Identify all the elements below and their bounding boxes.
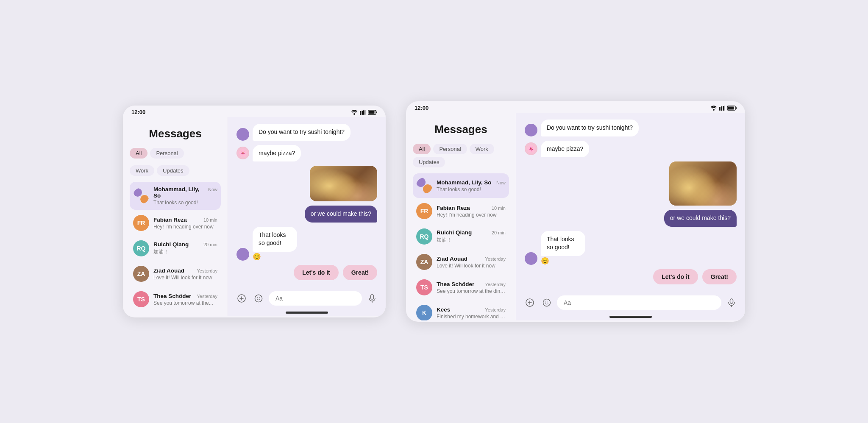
msg-bubble-left-large: That looks so good! [541,231,585,256]
plus-icon-btn-small[interactable] [235,292,248,305]
lets-do-it-btn-small[interactable]: Let's do it [294,265,339,280]
conv-name-2-small: Ruichi Qiang [153,241,189,248]
svg-point-24 [545,302,546,303]
media-card-small: Homemade Dumplings everydumplingever.com [310,166,377,201]
conv-item-2-large[interactable]: RQ Ruichi Qiang 20 min 加油！ [413,224,509,249]
avatar-1-small: FR [133,215,149,231]
device-large: 12:00 Messages All Personal Work Updates [406,101,745,322]
msg-avatar-1-large: 🌸 [525,142,537,155]
conv-item-4-large[interactable]: TS Thea Schöder Yesterday See you tomorr… [413,275,509,300]
conv-name-0-large: Mohammad, Lily, So [437,179,492,186]
msg-row-1-small: 🌸 maybe pizza? [236,145,377,162]
msg-avatar-0-large [525,124,537,136]
filter-all-small[interactable]: All [130,148,147,159]
mic-icon-btn-small[interactable] [365,292,379,305]
msg-bubble-0-large: Do you want to try sushi tonight? [541,120,639,136]
filter-personal-large[interactable]: Personal [433,144,467,154]
svg-rect-18 [724,106,725,111]
home-indicator-large [609,316,652,318]
conv-time-2-large: 20 min [492,230,506,235]
filter-row1-small: All Personal [130,147,221,159]
emoji-icon-btn-large[interactable] [540,296,554,309]
media-image-large [669,161,737,206]
conv-name-1-large: Fabian Reza [437,205,470,211]
avatar-2-large: RQ [416,228,432,245]
msg-bubble-1-large: maybe pizza? [541,141,589,158]
sidebar-small: Messages All Personal Work Updates Mo [123,117,228,316]
avatar-1-large: FR [416,203,432,219]
conv-time-3-large: Yesterday [485,256,506,262]
conv-time-0-small: Now [208,187,217,192]
avatar-4-large: TS [416,279,432,295]
conversation-list-small: Mohammad, Lily, So Now That looks so goo… [130,182,221,316]
msg-bubble-0-small: Do you want to try sushi tonight? [253,124,351,141]
conv-content-5-large: Kees Yesterday Finished my homework and … [437,306,506,320]
avatar-4-small: TS [133,291,149,307]
conv-name-5-large: Kees [437,306,450,313]
msg-bubble-1-small: maybe pizza? [253,145,301,162]
filter-work-large[interactable]: Work [470,144,494,154]
filter-row-large: All Personal Work Updates [413,143,509,168]
media-card-large: Homemade Dumplings everydumplingever.com [669,161,737,206]
filter-personal-small[interactable]: Personal [150,148,184,159]
conv-item-2-small[interactable]: RQ Ruichi Qiang 20 min 加油！ [130,236,221,261]
conv-item-0-small[interactable]: Mohammad, Lily, So Now That looks so goo… [130,182,221,210]
home-indicator-small [286,312,328,314]
svg-rect-17 [723,106,724,111]
filter-work-small[interactable]: Work [130,165,154,176]
chat-pane-small: Do you want to try sushi tonight? 🌸 mayb… [228,117,386,316]
conv-item-3-large[interactable]: ZA Ziad Aouad Yesterday Love it! Will lo… [413,250,509,274]
conv-item-1-large[interactable]: FR Fabian Reza 10 min Hey! I'm heading o… [413,199,509,223]
mic-icon-btn-large[interactable] [725,296,738,309]
conv-preview-1-large: Hey! I'm heading over now [437,212,506,218]
device-small: 12:00 Messages All Personal Work Updates [123,106,386,317]
conv-item-3-small[interactable]: ZA Ziad Aouad Yesterday Love it! Will lo… [130,262,221,286]
msg-bubble-right-large: or we could make this? [664,210,737,227]
filter-updates-small[interactable]: Updates [157,165,189,176]
svg-point-9 [255,295,262,302]
svg-point-11 [259,298,260,298]
filter-all-large[interactable]: All [413,144,431,154]
conv-name-3-large: Ziad Aouad [437,256,467,262]
filter-updates-large[interactable]: Updates [413,157,445,167]
media-image-small [310,166,377,201]
conv-name-4-large: Thea Schöder [437,281,474,287]
msg-row-left-large: That looks so good! 😊 [525,231,737,265]
conv-item-4-small[interactable]: TS Thea Schöder Yesterday See you tomorr… [130,287,221,312]
lets-do-it-btn-large[interactable]: Let's do it [653,269,698,284]
conv-name-4-small: Thea Schöder [153,293,191,299]
conv-name-3-small: Ziad Aouad [153,267,184,274]
avatar-group-0-small [133,188,149,204]
plus-icon-btn-large[interactable] [523,296,537,309]
sidebar-large: Messages All Personal Work Updates Moham… [406,113,516,320]
chat-messages-small: Do you want to try sushi tonight? 🌸 mayb… [228,117,386,287]
great-btn-small[interactable]: Great! [343,265,377,280]
conv-name-0-small: Mohammad, Lily, So [153,186,208,199]
conv-item-1-small[interactable]: FR Fabian Reza 10 min Hey! I'm heading o… [130,211,221,235]
conv-item-0-large[interactable]: Mohammad, Lily, So Now That looks so goo… [413,173,509,198]
svg-rect-20 [728,106,734,109]
conv-time-0-large: Now [496,180,506,185]
chat-input-large[interactable] [557,295,721,310]
svg-rect-26 [730,299,733,303]
conv-preview-2-small: 加油！ [153,248,217,256]
conv-time-4-large: Yesterday [485,282,506,287]
emoji-icon-btn-small[interactable] [252,292,265,305]
filter-row2-small: Work Updates [130,164,221,177]
conv-preview-5-large: Finished my homework and my chores! Now … [437,314,506,320]
chat-input-small[interactable] [269,291,362,306]
svg-rect-2 [362,111,363,115]
great-btn-large[interactable]: Great! [702,269,737,284]
food-visual-large [669,161,737,206]
svg-rect-16 [721,106,722,111]
conv-time-1-small: 10 min [203,217,217,223]
messages-title-large: Messages [413,120,509,138]
conv-preview-0-small: That looks so good! [153,200,217,206]
conv-time-3-small: Yesterday [197,268,217,273]
conv-name-1-small: Fabian Reza [153,217,187,223]
conv-item-5-small[interactable]: K Kees Yesterday Finished my homework... [130,312,221,316]
conv-time-5-large: Yesterday [485,307,506,312]
conv-item-5-large[interactable]: K Kees Yesterday Finished my homework an… [413,301,509,320]
chat-messages-large: Do you want to try sushi tonight? 🌸 mayb… [516,113,745,291]
conv-preview-1-small: Hey! I'm heading over now [153,224,217,230]
